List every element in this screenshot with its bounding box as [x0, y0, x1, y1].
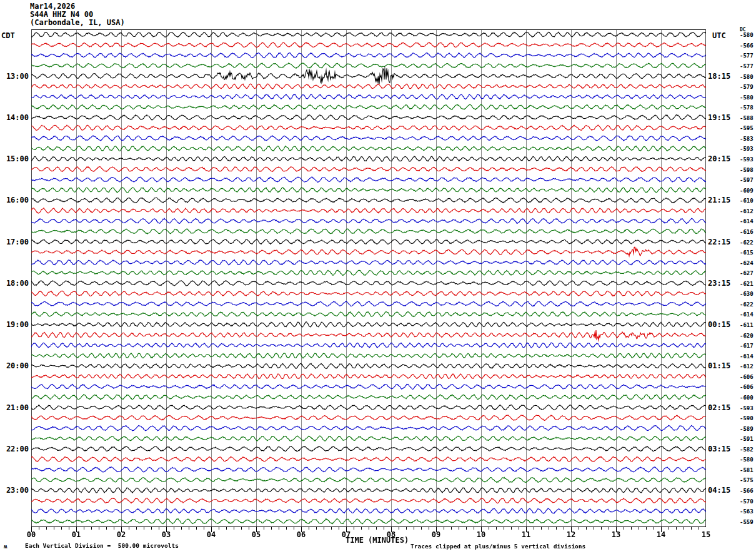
dc-offset-value: -588 — [740, 115, 754, 121]
dc-offset-value: -614 — [740, 218, 754, 224]
cdt-hour-label: 21:00 — [0, 404, 29, 412]
dc-offset-value: -614 — [740, 353, 754, 360]
dc-offset-value: -606 — [740, 384, 754, 390]
dc-offset-value: -606 — [740, 374, 754, 380]
utc-hour-label: 21:15 — [708, 196, 730, 204]
dc-offset-value: -559 — [740, 519, 754, 525]
dc-offset-value: -627 — [740, 270, 754, 276]
utc-hour-label: 02:15 — [708, 404, 730, 412]
x-axis-tick-label: 10 — [471, 531, 491, 539]
dc-offset-value: -616 — [740, 229, 754, 235]
cdt-hour-label: 13:00 — [0, 73, 29, 81]
dc-offset-value: -612 — [740, 363, 754, 370]
utc-axis-header: UTC — [712, 31, 726, 40]
dc-offset-value: -590 — [740, 415, 754, 421]
cdt-hour-label: 14:00 — [0, 114, 29, 122]
x-axis-tick-label: 13 — [606, 531, 626, 539]
dc-offset-value: -563 — [740, 508, 754, 515]
dc-offset-value: -581 — [740, 467, 754, 473]
dc-offset-value: -582 — [740, 446, 754, 453]
utc-hour-label: 03:15 — [708, 445, 730, 453]
dc-offset-value: -617 — [740, 343, 754, 349]
utc-hour-label: 04:15 — [708, 486, 730, 495]
dc-offset-value: -570 — [740, 498, 754, 505]
dc-offset-value: -611 — [740, 322, 754, 328]
dc-offset-value: -624 — [740, 260, 754, 266]
dc-offset-value: -612 — [740, 208, 754, 214]
helicorder-page: Mar14,2026 S44A HHZ N4 00 (Carbondale, I… — [0, 0, 756, 554]
x-axis-title: TIME (MINUTES) — [346, 536, 409, 545]
dc-offset-value: -614 — [740, 311, 754, 318]
title-location: (Carbondale, IL, USA) — [30, 19, 125, 27]
cdt-hour-label: 16:00 — [0, 196, 29, 204]
scale-footnote: Each Vertical Division = 500.00 microvol… — [25, 542, 179, 549]
dc-offset-value: -583 — [740, 136, 754, 142]
utc-hour-label: 23:15 — [708, 280, 730, 288]
dc-offset-value: -593 — [740, 156, 754, 163]
dc-offset-value: -593 — [740, 405, 754, 411]
x-axis-tick-label: 12 — [561, 531, 581, 539]
dc-offset-value: -580 — [740, 32, 754, 38]
dc-offset-value: -589 — [740, 426, 754, 432]
dc-offset-value: -622 — [740, 301, 754, 308]
dc-offset-value: -597 — [740, 177, 754, 183]
x-axis-tick-label: 02 — [111, 531, 131, 539]
utc-hour-label: 01:15 — [708, 362, 730, 370]
x-axis-tick-label: 11 — [516, 531, 536, 539]
cdt-hour-label: 23:00 — [0, 486, 29, 495]
x-axis-tick-label: 04 — [201, 531, 221, 539]
x-axis-tick-label: 01 — [66, 531, 86, 539]
dc-offset-value: -580 — [740, 456, 754, 463]
dc-offset-value: -593 — [740, 146, 754, 152]
dc-offset-value: -630 — [740, 291, 754, 297]
dc-offset-value: -579 — [740, 84, 754, 90]
x-axis-tick-label: 09 — [426, 531, 446, 539]
dc-offset-value: -577 — [740, 63, 754, 69]
x-axis-tick-label: 00 — [21, 531, 41, 539]
dc-offset-value: -621 — [740, 281, 754, 287]
dc-offset-value: -575 — [740, 477, 754, 483]
utc-hour-label: 19:15 — [708, 114, 730, 122]
dc-offset-value: -598 — [740, 167, 754, 173]
dc-offset-value: -622 — [740, 239, 754, 246]
cdt-hour-label: 17:00 — [0, 238, 29, 246]
dc-offset-value: -595 — [740, 125, 754, 131]
cdt-axis-header: CDT — [1, 31, 15, 40]
clipping-footnote: Traces clipped at plus/minus 5 vertical … — [410, 543, 585, 550]
x-axis-tick-label: 05 — [246, 531, 266, 539]
dc-offset-value: -610 — [740, 198, 754, 204]
dc-offset-value: -566 — [740, 43, 754, 49]
dc-offset-value: -609 — [740, 188, 754, 194]
utc-hour-label: 00:15 — [708, 321, 730, 329]
x-axis-tick-label: 03 — [156, 531, 176, 539]
cdt-hour-label: 19:00 — [0, 321, 29, 329]
dc-offset-value: -600 — [740, 395, 754, 401]
corner-squiggle-mark: ʍ — [4, 543, 7, 550]
x-axis-tick-label: 15 — [696, 531, 716, 539]
cdt-hour-label: 18:00 — [0, 280, 29, 288]
dc-offset-value: -577 — [740, 53, 754, 59]
x-axis-tick-label: 06 — [291, 531, 311, 539]
dc-offset-value: -578 — [740, 104, 754, 111]
cdt-hour-label: 20:00 — [0, 362, 29, 370]
dc-offset-value: -591 — [740, 436, 754, 442]
dc-offset-value: -580 — [740, 74, 754, 80]
utc-hour-label: 22:15 — [708, 238, 730, 246]
utc-hour-label: 18:15 — [708, 73, 730, 81]
dc-offset-value: -615 — [740, 249, 754, 256]
dc-offset-value: -566 — [740, 488, 754, 494]
cdt-hour-label: 15:00 — [0, 155, 29, 163]
seismogram-plot — [31, 29, 706, 533]
dc-offset-value: -620 — [740, 333, 754, 339]
x-axis-tick-label: 14 — [651, 531, 671, 539]
utc-hour-label: 20:15 — [708, 155, 730, 163]
dc-offset-value: -580 — [740, 94, 754, 101]
cdt-hour-label: 22:00 — [0, 445, 29, 453]
